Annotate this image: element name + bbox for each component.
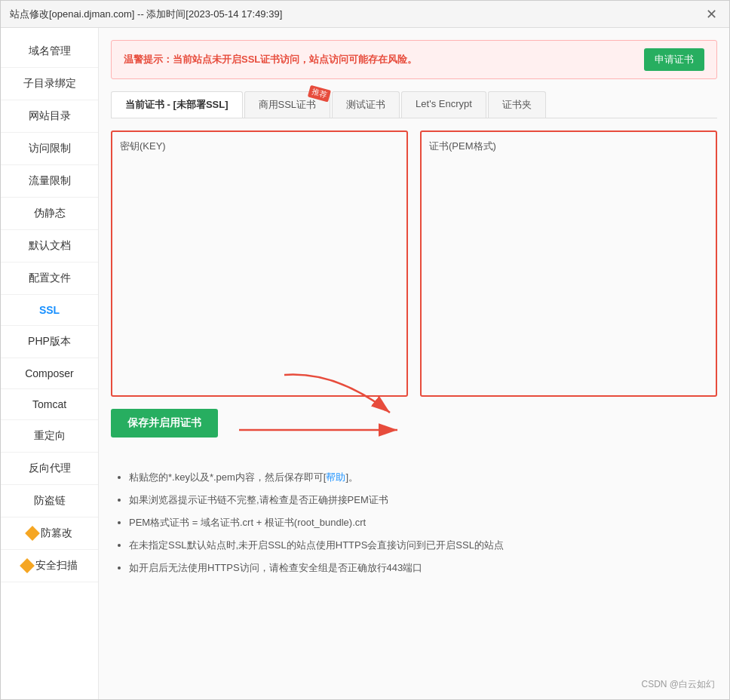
tab-commercial[interactable]: 商用SSL证书 bbox=[244, 91, 331, 118]
cert-label: 证书(PEM格式) bbox=[429, 140, 708, 153]
key-label: 密钥(KEY) bbox=[120, 140, 399, 153]
save-button[interactable]: 保存并启用证书 bbox=[111, 409, 218, 438]
diamond-icon bbox=[20, 558, 35, 573]
tab-letsencrypt[interactable]: Let's Encrypt bbox=[401, 91, 486, 118]
sidebar-item-tomcat[interactable]: Tomcat bbox=[1, 389, 98, 420]
sidebar-item-redirect[interactable]: 重定向 bbox=[1, 420, 98, 453]
sidebar-item-label: 防篡改 bbox=[41, 527, 72, 540]
window-title: 站点修改[openai.djman.com] -- 添加时间[2023-05-1… bbox=[10, 8, 282, 21]
sidebar-item-subdir[interactable]: 子目录绑定 bbox=[1, 68, 98, 100]
sidebar: 域名管理子目录绑定网站目录访问限制流量限制伪静态默认文档配置文件SSLPHP版本… bbox=[1, 28, 99, 699]
tabs: 当前证书 - [未部署SSL]商用SSL证书测试证书Let's Encrypt证… bbox=[111, 91, 717, 118]
sidebar-item-composer[interactable]: Composer bbox=[1, 358, 98, 389]
apply-cert-button[interactable]: 申请证书 bbox=[644, 48, 704, 71]
sidebar-item-label: Composer bbox=[25, 367, 74, 379]
tab-test[interactable]: 测试证书 bbox=[332, 91, 400, 118]
sidebar-item-scan[interactable]: 安全扫描 bbox=[1, 550, 98, 582]
warning-text: 温警提示：当前站点未开启SSL证书访问，站点访问可能存在风险。 bbox=[124, 53, 417, 66]
tab-current[interactable]: 当前证书 - [未部署SSL] bbox=[111, 91, 243, 118]
sidebar-item-domain[interactable]: 域名管理 bbox=[1, 35, 98, 68]
cert-textarea[interactable] bbox=[429, 159, 708, 385]
sidebar-item-label: PHP版本 bbox=[28, 335, 71, 348]
sidebar-item-label: 伪静态 bbox=[34, 207, 66, 220]
sidebar-item-label: 子目录绑定 bbox=[23, 77, 76, 91]
warning-bar: 温警提示：当前站点未开启SSL证书访问，站点访问可能存在风险。 申请证书 bbox=[111, 40, 717, 79]
content-area: 温警提示：当前站点未开启SSL证书访问，站点访问可能存在风险。 申请证书 当前证… bbox=[99, 28, 729, 699]
help-link[interactable]: 帮助 bbox=[326, 471, 345, 483]
sidebar-item-label: 域名管理 bbox=[29, 45, 71, 58]
sidebar-item-tamper[interactable]: 防篡改 bbox=[1, 517, 98, 550]
watermark: CSDN @白云如幻 bbox=[641, 678, 715, 691]
instruction-item-1: 如果浏览器提示证书链不完整,请检查是否正确拼接PEM证书 bbox=[129, 490, 717, 510]
sidebar-item-label: 配置文件 bbox=[29, 272, 71, 285]
key-textarea[interactable] bbox=[120, 159, 399, 385]
cert-panels: 密钥(KEY) 证书(PEM格式) bbox=[111, 130, 717, 397]
sidebar-item-label: 重定向 bbox=[34, 429, 66, 443]
sidebar-item-default[interactable]: 默认文档 bbox=[1, 230, 98, 262]
key-panel: 密钥(KEY) bbox=[111, 130, 408, 397]
sidebar-item-php[interactable]: PHP版本 bbox=[1, 326, 98, 358]
tab-certfolder[interactable]: 证书夹 bbox=[488, 91, 546, 118]
sidebar-item-label: SSL bbox=[39, 304, 60, 316]
arrow-decoration-2 bbox=[232, 415, 420, 445]
sidebar-item-label: 访问限制 bbox=[29, 142, 71, 155]
sidebar-item-hotlink[interactable]: 防盗链 bbox=[1, 485, 98, 517]
sidebar-item-label: 默认文档 bbox=[29, 239, 71, 253]
sidebar-item-label: 反向代理 bbox=[29, 462, 71, 475]
sidebar-item-label: 流量限制 bbox=[29, 174, 71, 188]
sidebar-item-access[interactable]: 访问限制 bbox=[1, 133, 98, 165]
sidebar-item-label: Tomcat bbox=[32, 398, 66, 410]
sidebar-item-label: 防盗链 bbox=[34, 494, 66, 508]
sidebar-item-webroot[interactable]: 网站目录 bbox=[1, 100, 98, 133]
instruction-item-0: 粘贴您的*.key以及*.pem内容，然后保存即可[帮助]。 bbox=[129, 468, 717, 487]
instruction-item-2: PEM格式证书 = 域名证书.crt + 根证书(root_bundle).cr… bbox=[129, 513, 717, 533]
save-section: 保存并启用证书 bbox=[111, 409, 717, 453]
warning-bold: 温警提示： bbox=[124, 54, 173, 65]
sidebar-item-ssl[interactable]: SSL bbox=[1, 295, 98, 326]
instruction-item-3: 在未指定SSL默认站点时,未开启SSL的站点使用HTTPS会直接访问到已开启SS… bbox=[129, 536, 717, 555]
sidebar-item-label: 网站目录 bbox=[29, 109, 71, 123]
sidebar-item-label: 安全扫描 bbox=[35, 559, 78, 573]
sidebar-item-proxy[interactable]: 反向代理 bbox=[1, 453, 98, 485]
instruction-item-4: 如开启后无法使用HTTPS访问，请检查安全组是否正确放行443端口 bbox=[129, 558, 717, 578]
close-button[interactable]: ✕ bbox=[703, 6, 720, 23]
cert-panel: 证书(PEM格式) bbox=[420, 130, 717, 397]
instructions-list: 粘贴您的*.key以及*.pem内容，然后保存即可[帮助]。如果浏览器提示证书链… bbox=[111, 468, 717, 578]
diamond-icon bbox=[25, 526, 40, 541]
sidebar-item-rewrite[interactable]: 伪静态 bbox=[1, 198, 98, 230]
sidebar-item-config[interactable]: 配置文件 bbox=[1, 262, 98, 295]
title-bar: 站点修改[openai.djman.com] -- 添加时间[2023-05-1… bbox=[1, 1, 729, 28]
sidebar-item-traffic[interactable]: 流量限制 bbox=[1, 165, 98, 198]
